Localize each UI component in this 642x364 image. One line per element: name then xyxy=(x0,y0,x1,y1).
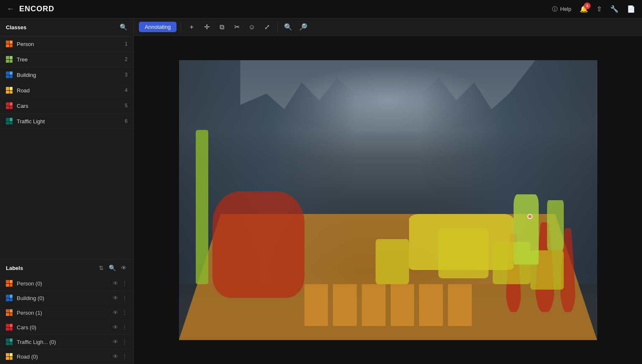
person-group-segmentation xyxy=(212,191,304,298)
content-area: Annotating + ✛ ⧉ ✂ ☺ ⤢ 🔍 xyxy=(134,18,642,364)
crosswalk-stripe-5 xyxy=(419,284,443,326)
class-item-road[interactable]: Road 4 xyxy=(0,83,133,98)
labels-title: Labels xyxy=(6,265,95,271)
class-item-building[interactable]: Building 3 xyxy=(0,67,133,83)
label-visibility-road-0[interactable]: 👁 xyxy=(113,353,118,360)
smiley-tool-button[interactable]: ☺ xyxy=(246,21,258,33)
label-item-building-0[interactable]: Building (0) 👁 ⋮ xyxy=(0,291,133,305)
cars-segmentation-2 xyxy=(438,228,489,279)
label-actions-building-0: 👁 ⋮ xyxy=(113,295,128,301)
label-menu-building-0[interactable]: ⋮ xyxy=(122,295,128,301)
label-color-road-0 xyxy=(6,353,13,360)
expand-tool-button[interactable]: ⤢ xyxy=(261,21,273,33)
label-actions-person-0: 👁 ⋮ xyxy=(113,280,128,287)
crosswalk-stripe-1 xyxy=(304,284,328,326)
label-color-traffic-0 xyxy=(6,339,13,345)
add-tool-button[interactable]: + xyxy=(185,21,198,33)
scissors-icon: ✂ xyxy=(234,23,240,31)
labels-section: Labels ⇅ 🔍 👁 Person (0) 👁 ⋮ xyxy=(0,259,133,364)
label-menu-cars-0[interactable]: ⋮ xyxy=(122,324,128,331)
car-left-segmentation xyxy=(376,239,409,284)
class-num-road: 4 xyxy=(121,87,128,93)
label-visibility-building-0[interactable]: 👁 xyxy=(113,295,118,301)
label-actions-road-0: 👁 ⋮ xyxy=(113,353,128,360)
share-button[interactable]: ⇧ xyxy=(596,5,602,13)
label-color-person-1 xyxy=(6,309,13,316)
class-item-person[interactable]: Person 1 xyxy=(0,36,133,52)
annotating-button[interactable]: Annotating xyxy=(139,22,176,32)
crosswalk-stripe-2 xyxy=(333,284,357,326)
label-name-building-0: Building (0) xyxy=(17,295,108,301)
pole-segmentation xyxy=(196,130,208,284)
tools-button[interactable]: 🔧 xyxy=(610,5,619,13)
crosswalk-stripe-4 xyxy=(391,284,414,326)
label-color-person-0 xyxy=(6,280,13,287)
label-visibility-traffic-0[interactable]: 👁 xyxy=(113,339,118,345)
cursor-icon: ✛ xyxy=(204,23,210,31)
labels-visibility-icon[interactable]: 👁 xyxy=(120,264,128,272)
annotation-canvas xyxy=(179,60,597,340)
zoom-out-button[interactable]: 🔎 xyxy=(297,21,309,33)
label-name-cars-0: Cars (0) xyxy=(17,324,108,331)
labels-search-icon[interactable]: 🔍 xyxy=(108,264,117,272)
notification-button[interactable]: 🔔 3 xyxy=(580,5,588,13)
logo: ENCORD xyxy=(19,5,54,13)
class-name-cars: Cars xyxy=(17,103,117,109)
canvas-area[interactable] xyxy=(134,36,642,364)
classes-list: Person 1 Tree 2 Building 3 xyxy=(0,36,133,129)
class-name-person: Person xyxy=(17,41,117,47)
label-item-road-0[interactable]: Road (0) 👁 ⋮ xyxy=(0,349,133,364)
traffic-light-segmentation xyxy=(514,194,539,265)
class-color-road xyxy=(6,87,13,94)
sidebar: Classes 🔍 Person 1 Tree 2 xyxy=(0,18,134,364)
labels-sort-icon[interactable]: ⇅ xyxy=(98,264,105,272)
back-button[interactable]: ← xyxy=(7,5,14,13)
class-item-cars[interactable]: Cars 5 xyxy=(0,98,133,114)
classes-search-icon[interactable]: 🔍 xyxy=(120,23,128,31)
main-layout: Classes 🔍 Person 1 Tree 2 xyxy=(0,18,642,364)
crosswalk xyxy=(304,284,472,326)
label-menu-traffic-0[interactable]: ⋮ xyxy=(122,339,128,345)
zoom-in-button[interactable]: 🔍 xyxy=(282,21,294,33)
class-name-traffic-light: Traffic Light xyxy=(17,118,117,125)
label-menu-person-0[interactable]: ⋮ xyxy=(122,280,128,287)
copy-tool-button[interactable]: ⧉ xyxy=(215,21,228,33)
expand-icon: ⤢ xyxy=(264,23,270,31)
classes-section-header: Classes 🔍 xyxy=(0,18,133,36)
smiley-icon: ☺ xyxy=(248,23,255,31)
class-color-building xyxy=(6,71,13,78)
label-visibility-cars-0[interactable]: 👁 xyxy=(113,324,118,331)
document-button[interactable]: 📄 xyxy=(627,5,635,13)
toolbar: Annotating + ✛ ⧉ ✂ ☺ ⤢ 🔍 xyxy=(134,18,642,36)
copy-icon: ⧉ xyxy=(220,23,224,31)
label-name-road-0: Road (0) xyxy=(17,354,108,360)
label-visibility-person-0[interactable]: 👁 xyxy=(113,280,118,287)
class-name-road: Road xyxy=(17,87,117,94)
header-right: ⓘ Help 🔔 3 ⇧ 🔧 📄 xyxy=(552,5,635,13)
crosswalk-stripe-6 xyxy=(448,284,472,326)
class-num-person: 1 xyxy=(121,41,128,47)
cut-tool-button[interactable]: ✂ xyxy=(230,21,243,33)
zoom-in-icon: 🔍 xyxy=(284,23,292,31)
cursor-tool-button[interactable]: ✛ xyxy=(200,21,213,33)
label-item-cars-0[interactable]: Cars (0) 👁 ⋮ xyxy=(0,320,133,335)
toolbar-divider-1 xyxy=(181,22,181,32)
label-item-traffic-light-0[interactable]: Traffic Ligh... (0) 👁 ⋮ xyxy=(0,335,133,349)
label-menu-road-0[interactable]: ⋮ xyxy=(122,353,128,360)
share-icon: ⇧ xyxy=(596,5,602,13)
class-item-traffic-light[interactable]: Traffic Light 6 xyxy=(0,114,133,129)
zoom-out-icon: 🔎 xyxy=(299,23,307,31)
label-item-person-1[interactable]: Person (1) 👁 ⋮ xyxy=(0,305,133,320)
class-color-tree xyxy=(6,56,13,63)
class-item-tree[interactable]: Tree 2 xyxy=(0,52,133,67)
help-button[interactable]: ⓘ Help xyxy=(552,5,571,13)
label-actions-traffic-0: 👁 ⋮ xyxy=(113,339,128,345)
label-name-person-0: Person (0) xyxy=(17,280,108,287)
toolbar-divider-2 xyxy=(277,22,278,32)
class-color-person xyxy=(6,41,13,47)
label-item-person-0[interactable]: Person (0) 👁 ⋮ xyxy=(0,276,133,291)
labels-header: Labels ⇅ 🔍 👁 xyxy=(0,260,133,276)
label-visibility-person-1[interactable]: 👁 xyxy=(113,309,118,316)
label-menu-person-1[interactable]: ⋮ xyxy=(122,309,128,316)
help-icon: ⓘ xyxy=(552,5,558,13)
